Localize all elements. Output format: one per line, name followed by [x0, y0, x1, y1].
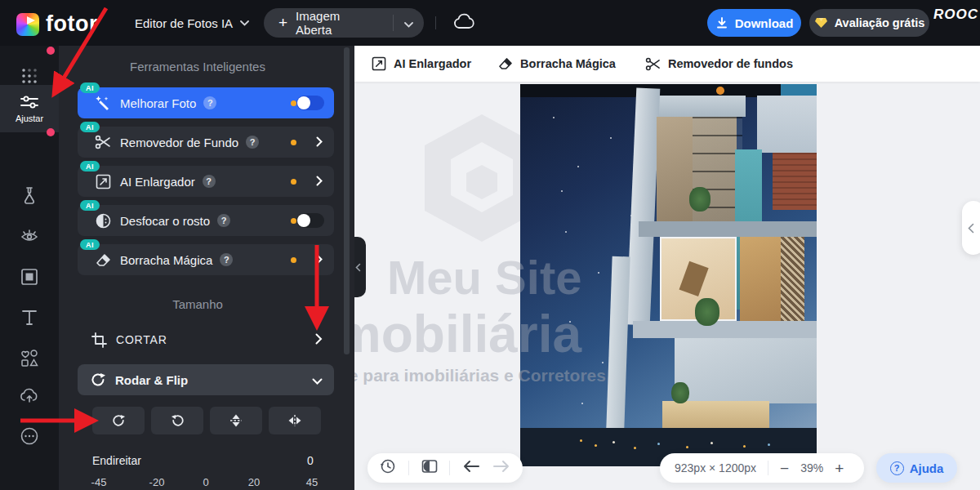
topbar: fotor Editor de Fotos IA + Imagem Aberta… [0, 0, 980, 46]
rail-item-more[interactable] [0, 424, 59, 448]
scissors-icon [645, 57, 661, 71]
photo-detail [553, 117, 555, 118]
rotate-cw-icon [112, 414, 126, 427]
history-button[interactable] [380, 458, 396, 478]
redo-arrow-icon [492, 460, 510, 473]
chevron-right-icon [316, 253, 323, 267]
fotor-logo[interactable]: fotor [16, 11, 98, 37]
help-question-icon[interactable]: ? [217, 214, 230, 227]
open-image-button[interactable]: + Imagem Aberta [264, 8, 424, 38]
tool-removedor-fundo[interactable]: AI Removedor de Fundo ? [78, 127, 334, 158]
undo-button[interactable] [462, 460, 480, 476]
tool-label: Melhorar Foto [120, 96, 196, 110]
chevron-right-icon [316, 136, 323, 149]
fotor-logo-text: fotor [46, 11, 98, 37]
flip-vertical-button[interactable] [210, 407, 262, 434]
photo-detail [675, 338, 817, 403]
notification-dot [47, 47, 55, 55]
flip-vertical-icon [229, 414, 243, 427]
help-question-icon[interactable]: ? [203, 175, 216, 188]
melhorar-foto-toggle[interactable] [296, 96, 324, 110]
rail-item-text[interactable] [0, 305, 59, 330]
ai-badge: AI [80, 239, 100, 250]
rotate-flip-row[interactable]: Rodar & Flip [78, 364, 334, 395]
tool-label: Removedor de Fundo [120, 136, 238, 149]
desfocar-rosto-toggle[interactable] [296, 213, 324, 228]
straighten-value: 0 [307, 454, 314, 467]
tab-ai-enlargador[interactable]: AI Enlargador [372, 56, 471, 71]
tool-melhorar-foto[interactable]: AI Melhorar Foto ? [78, 87, 334, 118]
flask-icon [20, 185, 38, 205]
photo-detail [662, 401, 769, 428]
tool-label: Desfocar o rosto [120, 214, 210, 228]
download-button[interactable]: Download [707, 9, 801, 37]
enlarge-icon [372, 56, 386, 71]
zoom-level: 39% [800, 461, 823, 474]
editor-menu-dropdown[interactable]: Editor de Fotos IA [135, 0, 249, 46]
help-question-icon[interactable]: ? [203, 96, 216, 109]
rail-item-ajustar[interactable]: Ajustar [0, 85, 59, 132]
rail-item-beauty[interactable] [0, 224, 59, 248]
help-question-icon: ? [890, 461, 904, 475]
cloud-sync-icon[interactable] [452, 11, 476, 36]
tab-removedor-fundos[interactable]: Removedor de fundos [645, 57, 793, 71]
rail-item-effects[interactable] [0, 183, 59, 207]
opened-image[interactable] [520, 84, 817, 466]
photo-detail [695, 298, 719, 326]
gem-icon [814, 17, 828, 29]
orange-status-dot [291, 140, 296, 145]
tool-label: AI Enlargador [120, 175, 195, 189]
tools-panel: Ferramentas Inteligentes AI Melhorar Fot… [59, 46, 354, 490]
elements-shapes-icon [20, 349, 39, 368]
magic-wand-icon [94, 95, 112, 111]
scale-tick: 45 [306, 476, 318, 488]
ai-badge: AI [80, 200, 100, 211]
flip-horizontal-button[interactable] [269, 407, 321, 434]
right-panel-expand-handle[interactable] [962, 201, 980, 255]
help-question-icon[interactable]: ? [246, 136, 259, 149]
tab-label: Removedor de fundos [668, 57, 793, 70]
open-image-more-button[interactable] [394, 16, 424, 30]
compare-icon [421, 459, 438, 474]
ai-badge: AI [80, 82, 100, 93]
tool-ai-enlargador[interactable]: AI AI Enlargador ? [78, 166, 334, 197]
zoom-out-button[interactable]: − [780, 461, 789, 476]
divider [449, 461, 450, 475]
chevron-down-icon [240, 20, 249, 26]
photo-detail [626, 87, 661, 325]
eraser-icon [94, 253, 112, 267]
rail-item-elements[interactable] [0, 346, 59, 371]
tool-desfocar-rosto[interactable]: AI Desfocar o rosto ? [78, 205, 334, 236]
panel-scrollbar[interactable] [344, 47, 350, 354]
tool-borracha-magica[interactable]: AI Borracha Mágica ? [78, 244, 334, 275]
redo-button[interactable] [492, 460, 510, 476]
photo-detail [633, 321, 817, 338]
crop-row[interactable]: CORTAR [78, 325, 334, 354]
straighten-label: Endireitar [92, 454, 141, 467]
zoom-toolbar: 923px × 1200px − 39% + [660, 453, 864, 483]
help-question-icon[interactable]: ? [220, 253, 233, 266]
free-trial-label: Avaliação grátis [835, 16, 925, 29]
fotor-logo-icon [16, 13, 39, 36]
zoom-in-button[interactable]: + [835, 461, 844, 476]
rail-item-uploads[interactable] [0, 383, 59, 408]
toggle-knob [297, 96, 310, 109]
editor-menu-label: Editor de Fotos IA [135, 16, 233, 30]
help-button[interactable]: ? Ajuda [876, 453, 957, 483]
chevron-left-icon [968, 223, 974, 234]
more-options-icon [20, 426, 39, 446]
chevron-left-icon [355, 263, 361, 272]
notification-dot [47, 128, 55, 136]
rotate-ccw-button[interactable] [151, 407, 203, 434]
size-section-header: Tamanho [59, 297, 336, 311]
rail-item-frames[interactable] [0, 265, 59, 289]
tool-label: Borracha Mágica [120, 253, 212, 267]
compare-button[interactable] [421, 459, 438, 477]
rotate-cw-button[interactable] [92, 407, 145, 434]
canvas-area: AI Enlargador Borracha Mágica Removedor … [354, 46, 980, 490]
enlarge-icon [94, 174, 112, 189]
left-rail: Ajustar [0, 46, 59, 490]
free-trial-button[interactable]: Avaliação grátis [809, 9, 929, 37]
tab-borracha-magica[interactable]: Borracha Mágica [498, 57, 616, 70]
scale-tick: -45 [91, 476, 107, 488]
